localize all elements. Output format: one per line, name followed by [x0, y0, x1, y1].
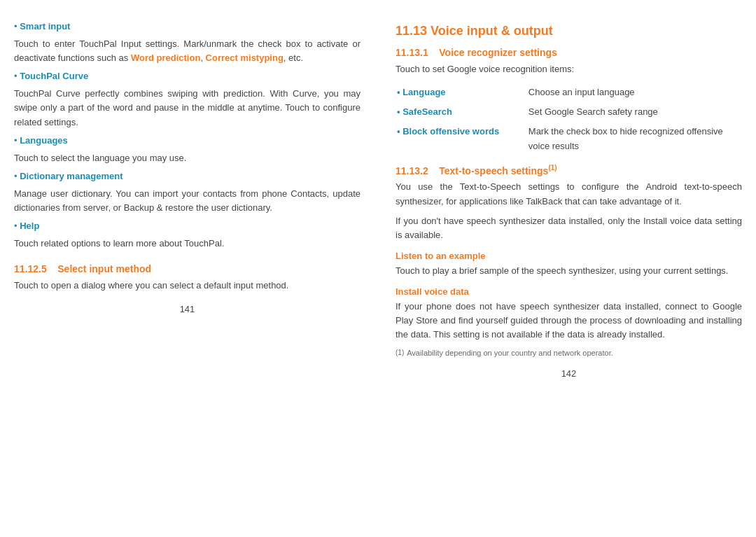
languages-title: Languages [20, 135, 68, 146]
table-cell-label: • SafeSearch [397, 103, 527, 121]
main-section-title: 11.13 Voice input & output [396, 24, 742, 39]
languages-body: Touch to select the language you may use… [14, 151, 360, 165]
smart-input-body: Touch to enter TouchPal Input settings. … [14, 37, 360, 65]
listen-title: Listen to an example [396, 251, 742, 261]
listen-body: Touch to play a brief sample of the spee… [396, 264, 742, 278]
dict-body: Manage user dictionary. You can import y… [14, 187, 360, 215]
footnote: (1) Availability depending on your count… [396, 349, 742, 357]
dict-section: Dictionary management [14, 171, 360, 181]
section-1131-heading: 11.13.1 Voice recognizer settings [396, 47, 742, 58]
install-body: If your phone does not have speech synth… [396, 300, 742, 342]
help-body: Touch related options to learn more abou… [14, 237, 360, 251]
table-cell-desc: Mark the check box to hide recognized of… [528, 123, 741, 155]
languages-section: Languages [14, 135, 360, 146]
table-cell-label: • Language [397, 83, 527, 102]
tts-body2: If you don't have speech synthesizer dat… [396, 214, 742, 242]
smart-input-section: Smart input [14, 21, 360, 32]
section-1132-heading: 11.13.2 Text-to-speech settings(1) [396, 164, 742, 176]
page-number-right: 142 [396, 368, 742, 379]
help-section: Help [14, 221, 360, 231]
install-title: Install voice data [396, 286, 742, 297]
right-column: 11.13 Voice input & output 11.13.1 Voice… [388, 21, 742, 523]
table-cell-desc: Choose an input language [528, 83, 741, 102]
table-cell-label: • Block offensive words [397, 123, 527, 155]
touchpal-curve-body: TouchPal Curve perfectly combines swipin… [14, 87, 360, 129]
left-column: Smart input Touch to enter TouchPal Inpu… [14, 21, 368, 523]
tts-body1: You use the Text-to-Speech settings to c… [396, 180, 742, 208]
dict-title: Dictionary management [20, 171, 122, 181]
touchpal-curve-section: TouchPal Curve [14, 71, 360, 81]
help-title: Help [20, 221, 39, 231]
page-number-left: 141 [14, 304, 360, 314]
voice-table: • Language Choose an input language • Sa… [396, 82, 742, 157]
section-1125: 11.12.5 Select input method Touch to ope… [14, 263, 360, 293]
smart-input-title: Smart input [20, 21, 70, 32]
table-cell-desc: Set Google Search safety range [528, 103, 741, 121]
page-container: Smart input Touch to enter TouchPal Inpu… [0, 0, 756, 537]
voice-intro: Touch to set Google voice recognition it… [396, 62, 742, 76]
table-row: • Block offensive words Mark the check b… [397, 123, 741, 155]
section-1125-body: Touch to open a dialog where you can sel… [14, 279, 360, 293]
table-row: • SafeSearch Set Google Search safety ra… [397, 103, 741, 121]
table-row: • Language Choose an input language [397, 83, 741, 102]
section-1125-heading: 11.12.5 Select input method [14, 263, 360, 274]
touchpal-curve-title: TouchPal Curve [20, 71, 88, 81]
